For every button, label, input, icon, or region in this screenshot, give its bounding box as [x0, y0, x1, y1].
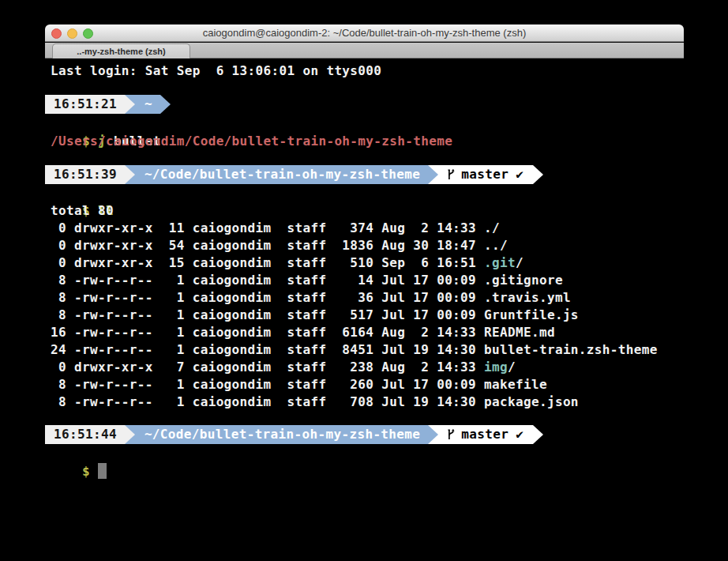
- file-name: package.json: [484, 394, 579, 409]
- file-name: .gitignore: [484, 273, 563, 288]
- file-meta: 8 -rw-r--r-- 1 caiogondim staff 260 Jul …: [51, 377, 484, 392]
- file-row: 0 drwxr-xr-x 15 caiogondim staff 510 Sep…: [51, 254, 658, 272]
- file-row: 8 -rw-r--r-- 1 caiogondim staff 36 Jul 1…: [51, 289, 658, 307]
- git-branch-name: master: [461, 425, 508, 444]
- file-row: 8 -rw-r--r-- 1 caiogondim staff 517 Jul …: [51, 307, 658, 324]
- file-row: 0 drwxr-xr-x 7 caiogondim staff 238 Aug …: [51, 359, 658, 376]
- prompt-line-1: 16:51:21 ~: [45, 95, 171, 114]
- file-row: 16 -rw-r--r-- 1 caiogondim staff 6164 Au…: [51, 324, 658, 341]
- file-meta: 24 -rw-r--r-- 1 caiogondim staff 8451 Ju…: [51, 342, 484, 357]
- file-row: 8 -rw-r--r-- 1 caiogondim staff 708 Jul …: [51, 393, 658, 411]
- file-name-suffix: /: [508, 360, 516, 375]
- file-name: README.md: [484, 325, 555, 340]
- prompt-time-segment: 16:51:44: [45, 425, 125, 444]
- file-meta: 8 -rw-r--r-- 1 caiogondim staff 708 Jul …: [51, 394, 484, 409]
- prompt-git-segment: master ✔: [438, 165, 533, 184]
- prompt-line-2: 16:51:39 ~/Code/bullet-train-oh-my-zsh-t…: [45, 165, 543, 184]
- prompt-git-segment: master ✔: [438, 425, 533, 444]
- file-name: ./: [484, 220, 500, 235]
- file-name: .git: [484, 255, 516, 270]
- file-name: ../: [484, 238, 508, 253]
- prompt-char: $: [82, 464, 90, 479]
- file-meta: 16 -rw-r--r-- 1 caiogondim staff 6164 Au…: [51, 325, 484, 340]
- file-name: img: [484, 360, 508, 375]
- powerline-arrow: [428, 165, 438, 184]
- powerline-arrow: [533, 425, 543, 444]
- command-line-1: $jbullet: [51, 115, 161, 133]
- file-row: 8 -rw-r--r-- 1 caiogondim staff 260 Jul …: [51, 376, 658, 393]
- jump-path-output: /Users/caiogondim/Code/bullet-train-oh-m…: [51, 133, 452, 150]
- file-meta: 0 drwxr-xr-x 7 caiogondim staff 238 Aug …: [51, 360, 484, 375]
- prompt-time-segment: 16:51:21: [45, 95, 125, 114]
- file-row: 8 -rw-r--r-- 1 caiogondim staff 14 Jul 1…: [51, 272, 658, 289]
- file-meta: 0 drwxr-xr-x 54 caiogondim staff 1836 Au…: [51, 238, 484, 253]
- file-meta: 8 -rw-r--r-- 1 caiogondim staff 517 Jul …: [51, 307, 484, 322]
- file-name: makefile: [484, 377, 547, 392]
- prompt-path-segment: ~: [135, 95, 160, 114]
- last-login-line: Last login: Sat Sep 6 13:06:01 on ttys00…: [51, 62, 381, 80]
- command-line-2: $ll: [51, 185, 114, 202]
- file-meta: 8 -rw-r--r-- 1 caiogondim staff 36 Jul 1…: [51, 290, 484, 305]
- powerline-arrow: [428, 425, 438, 444]
- git-branch-icon: [446, 168, 456, 181]
- git-clean-check: ✔: [516, 425, 523, 444]
- git-branch-name: master: [461, 165, 508, 184]
- file-row: 0 drwxr-xr-x 54 caiogondim staff 1836 Au…: [51, 237, 658, 254]
- powerline-arrow: [125, 165, 135, 184]
- file-meta: 0 drwxr-xr-x 15 caiogondim staff 510 Sep…: [51, 255, 484, 270]
- file-meta: 0 drwxr-xr-x 11 caiogondim staff 374 Aug…: [51, 220, 484, 235]
- file-meta: 8 -rw-r--r-- 1 caiogondim staff 14 Jul 1…: [51, 273, 484, 288]
- file-row: 0 drwxr-xr-x 11 caiogondim staff 374 Aug…: [51, 220, 658, 237]
- file-listing: 0 drwxr-xr-x 11 caiogondim staff 374 Aug…: [51, 220, 658, 411]
- file-row: 24 -rw-r--r-- 1 caiogondim staff 8451 Ju…: [51, 341, 658, 359]
- total-line: total 80: [51, 202, 114, 220]
- file-name: bullet-train.zsh-theme: [484, 342, 658, 357]
- prompt-time-segment: 16:51:39: [45, 165, 125, 184]
- file-name: .travis.yml: [484, 290, 571, 305]
- powerline-arrow: [125, 425, 135, 444]
- command-line-current[interactable]: $: [51, 446, 107, 463]
- prompt-line-3: 16:51:44 ~/Code/bullet-train-oh-my-zsh-t…: [45, 425, 543, 444]
- cursor-block: [98, 463, 107, 479]
- powerline-arrow: [533, 165, 543, 184]
- prompt-path-segment: ~/Code/bullet-train-oh-my-zsh-theme: [135, 165, 428, 184]
- git-clean-check: ✔: [516, 165, 523, 184]
- git-branch-icon: [446, 428, 456, 441]
- file-name-suffix: /: [516, 255, 523, 270]
- terminal-screen[interactable]: Last login: Sat Sep 6 13:06:01 on ttys00…: [0, 0, 728, 561]
- prompt-path-segment: ~/Code/bullet-train-oh-my-zsh-theme: [135, 425, 428, 444]
- file-name: Gruntfile.js: [484, 307, 579, 322]
- powerline-arrow: [125, 95, 135, 114]
- powerline-arrow: [160, 95, 171, 114]
